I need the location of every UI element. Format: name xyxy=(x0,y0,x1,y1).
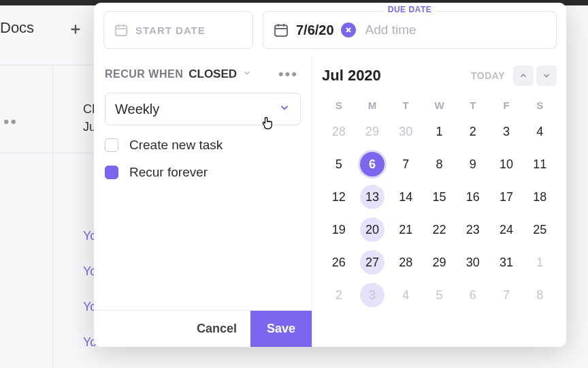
divider xyxy=(52,65,53,368)
calendar-day[interactable]: 16 xyxy=(456,181,489,213)
frequency-value: Weekly xyxy=(115,102,159,117)
calendar-day[interactable]: 21 xyxy=(389,213,423,246)
calendar-day[interactable]: 19 xyxy=(322,213,355,246)
calendar-day[interactable]: 8 xyxy=(523,279,557,311)
prev-month-button[interactable] xyxy=(513,65,534,86)
calendar-day[interactable]: 5 xyxy=(423,279,456,311)
due-date-field[interactable]: DUE DATE 7/6/20 Add time xyxy=(263,11,557,49)
calendar-day[interactable]: 6 xyxy=(456,279,489,311)
chevron-down-icon xyxy=(278,102,291,117)
calendar-day[interactable]: 29 xyxy=(423,246,456,279)
calendar-dow: S xyxy=(322,95,355,115)
plus-icon[interactable] xyxy=(68,22,83,40)
divider xyxy=(0,65,95,65)
recur-when-label: RECUR WHEN xyxy=(105,68,183,80)
calendar-day[interactable]: 5 xyxy=(322,148,355,181)
recurring-date-modal: START DATE DUE DATE 7/6/20 Add time RECU… xyxy=(94,3,566,347)
calendar-dow: T xyxy=(389,95,423,115)
calendar-day[interactable]: 14 xyxy=(389,181,423,213)
frequency-select[interactable]: Weekly xyxy=(105,93,301,125)
calendar-day[interactable]: 2 xyxy=(322,279,355,311)
create-new-task-label: Create new task xyxy=(129,138,223,153)
svg-rect-1 xyxy=(275,25,287,36)
calendar-day[interactable]: 2 xyxy=(456,115,489,148)
start-date-placeholder: START DATE xyxy=(135,25,206,36)
today-button[interactable]: TODAY xyxy=(471,70,505,81)
calendar-day[interactable]: 8 xyxy=(423,148,456,181)
calendar-day[interactable]: 7 xyxy=(489,279,523,311)
calendar-day[interactable]: 3 xyxy=(355,279,389,311)
cancel-button[interactable]: Cancel xyxy=(183,311,250,347)
calendar-day[interactable]: 3 xyxy=(489,115,523,148)
calendar-day[interactable]: 1 xyxy=(523,246,557,279)
svg-rect-0 xyxy=(116,26,127,36)
save-button[interactable]: Save xyxy=(250,311,312,347)
calendar-day[interactable]: 24 xyxy=(489,213,523,246)
add-time-button[interactable]: Add time xyxy=(365,22,416,37)
calendar-grid: 2829301234567891011121314151617181920212… xyxy=(322,115,557,311)
more-options-button[interactable]: ••• xyxy=(278,65,301,83)
calendar-day[interactable]: 11 xyxy=(523,148,557,181)
calendar-icon xyxy=(273,22,289,38)
more-icon[interactable]: •• xyxy=(3,112,18,132)
calendar-day[interactable]: 18 xyxy=(523,181,557,213)
due-date-value: 7/6/20 xyxy=(296,22,334,38)
calendar-day[interactable]: 28 xyxy=(322,115,355,148)
calendar-day[interactable]: 27 xyxy=(355,246,389,279)
calendar-dow: T xyxy=(456,95,489,115)
calendar-month-title: Jul 2020 xyxy=(322,67,381,85)
calendar-day[interactable]: 30 xyxy=(389,115,423,148)
calendar-day[interactable]: 22 xyxy=(423,213,456,246)
create-new-task-option[interactable]: Create new task xyxy=(105,138,301,153)
docs-tab[interactable]: Docs xyxy=(0,19,34,37)
calendar-day[interactable]: 10 xyxy=(489,148,523,181)
calendar-dow-row: SMTWTFS xyxy=(322,95,557,115)
calendar-day[interactable]: 20 xyxy=(355,213,389,246)
calendar-day[interactable]: 6 xyxy=(355,148,389,181)
calendar-day[interactable]: 25 xyxy=(523,213,557,246)
due-date-label: DUE DATE xyxy=(384,5,436,14)
calendar-day[interactable]: 30 xyxy=(456,246,489,279)
calendar-day[interactable]: 29 xyxy=(355,115,389,148)
calendar-day[interactable]: 28 xyxy=(389,246,423,279)
calendar-day[interactable]: 17 xyxy=(489,181,523,213)
chevron-down-icon[interactable] xyxy=(242,68,252,80)
calendar-day[interactable]: 9 xyxy=(456,148,489,181)
start-date-field[interactable]: START DATE xyxy=(103,11,253,49)
calendar-dow: M xyxy=(355,95,389,115)
calendar-day[interactable]: 4 xyxy=(523,115,557,148)
recur-forever-label: Recur forever xyxy=(129,165,208,180)
recur-forever-option[interactable]: Recur forever xyxy=(105,165,301,180)
calendar-day[interactable]: 1 xyxy=(423,115,456,148)
calendar-day[interactable]: 7 xyxy=(389,148,423,181)
next-month-button[interactable] xyxy=(536,65,557,86)
calendar-day[interactable]: 31 xyxy=(489,246,523,279)
calendar-day[interactable]: 23 xyxy=(456,213,489,246)
calendar-dow: S xyxy=(523,95,557,115)
divider xyxy=(0,153,95,153)
calendar-day[interactable]: 13 xyxy=(355,181,389,213)
clear-due-date-button[interactable] xyxy=(341,22,356,37)
calendar-day[interactable]: 4 xyxy=(389,279,423,311)
checkbox-checked-icon[interactable] xyxy=(105,166,118,179)
calendar-icon xyxy=(114,22,129,37)
calendar-day[interactable]: 12 xyxy=(322,181,355,213)
recur-mode-value[interactable]: CLOSED xyxy=(189,67,237,81)
calendar-day[interactable]: 26 xyxy=(322,246,355,279)
checkbox-unchecked-icon[interactable] xyxy=(105,138,118,152)
calendar-day[interactable]: 15 xyxy=(423,181,456,213)
calendar-dow: F xyxy=(489,95,523,115)
calendar-dow: W xyxy=(423,95,456,115)
